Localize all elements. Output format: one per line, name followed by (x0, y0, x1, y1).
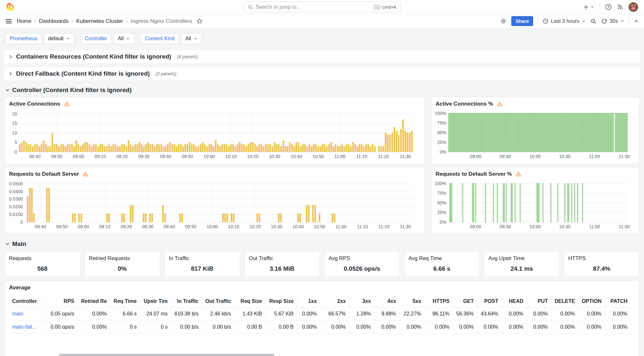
warning-icon[interactable] (64, 101, 70, 107)
column-header-controller[interactable]: Controller (9, 295, 46, 307)
news-rss-icon[interactable] (617, 4, 623, 10)
refresh-picker[interactable]: 30s (601, 18, 624, 24)
column-header-put[interactable]: PUT (527, 295, 551, 307)
variable-label-controller[interactable]: Controller (80, 33, 111, 44)
warning-icon[interactable] (82, 171, 88, 177)
column-header-1xx[interactable]: 1xx (297, 295, 320, 307)
controller-link-main[interactable]: main (12, 311, 24, 316)
search-input[interactable] (256, 4, 371, 10)
column-header-post[interactable]: POST (477, 295, 502, 307)
column-header-get[interactable]: GET (453, 295, 477, 307)
column-header-req-time[interactable]: Req Time (110, 295, 140, 307)
controller-link-main-fail[interactable]: main-fail... (12, 324, 36, 330)
grafana-logo-icon[interactable] (6, 3, 14, 11)
variable-value-prometheus[interactable]: default (43, 33, 74, 44)
variable-value-content-kind[interactable]: All (181, 33, 202, 44)
svg-text:10:00: 10:00 (529, 154, 541, 159)
section-title: Containers Resources (Content Kind filte… (16, 53, 171, 60)
breadcrumb-item-ingress-nginx-controllers[interactable]: Ingress Nginx Controllers (131, 18, 192, 24)
user-avatar[interactable] (629, 2, 638, 12)
column-header-option[interactable]: OPTION (578, 295, 605, 307)
svg-text:08:40: 08:40 (29, 154, 41, 159)
section-containers-resources[interactable]: Containers Resources (Content Kind filte… (4, 50, 640, 63)
collapse-toolbar-icon[interactable] (634, 19, 639, 24)
stat-panel-avg-req-time[interactable]: Avg Req Time 6.66 s (404, 251, 480, 277)
table-cell: 0.00% (78, 321, 110, 334)
stat-panel-out-traffic[interactable]: Out Traffic 3.16 MiB (244, 251, 320, 277)
column-header-head[interactable]: HEAD (502, 295, 527, 307)
divider (538, 17, 538, 25)
stat-title: Retried Requests (89, 255, 130, 261)
table-cell: 619.38 b/s (171, 307, 202, 321)
panel-title[interactable]: Average (9, 285, 30, 291)
add-menu-button[interactable] (583, 4, 594, 10)
stat-panel-https[interactable]: HTTPS 87.4% (564, 251, 639, 277)
breadcrumb-item-dashboards[interactable]: Dashboards (39, 18, 69, 24)
column-header-4xx[interactable]: 4xx (374, 295, 399, 307)
stat-panel-avg-upstr-time[interactable]: Avg Upstr Time 24.1 ms (484, 251, 560, 277)
column-header-upstr-tim[interactable]: Upstr Tim (140, 295, 171, 307)
column-header-resp-size[interactable]: Resp Size (265, 295, 297, 307)
table-cell: 43.64% (477, 307, 502, 321)
column-header-in-traffic[interactable]: In Traffic (171, 295, 202, 307)
breadcrumb-item-kubernetes-cluster[interactable]: Kubernetes Cluster (76, 18, 123, 24)
column-header-patch[interactable]: PATCH (605, 295, 631, 307)
stat-value: 568 (5, 265, 80, 272)
variable-label-content-kind[interactable]: Content Kind (140, 33, 179, 44)
column-header-retried-re[interactable]: Retried Re (78, 295, 110, 307)
svg-text:50%: 50% (437, 200, 446, 205)
panel-title[interactable]: Active Connections (9, 101, 60, 107)
svg-text:50%: 50% (437, 130, 446, 135)
section-controller[interactable]: Controller (Content Kind filter is ignor… (5, 87, 639, 94)
star-icon[interactable] (197, 18, 203, 24)
active-connections-pct-chart[interactable]: 0%25%50%75%100%09:0009:3010:0010:3011:00… (431, 108, 631, 160)
section-main[interactable]: Main (5, 240, 639, 248)
column-header-2xx[interactable]: 2xx (320, 295, 349, 307)
section-direct-fallback[interactable]: Direct Fallback (Content Kind filter is … (4, 67, 640, 80)
mega-menu-icon[interactable] (5, 18, 12, 25)
svg-text:09:50: 09:50 (182, 154, 193, 159)
stat-title: Avg Upstr Time (488, 255, 524, 261)
zoom-out-icon[interactable] (590, 18, 597, 24)
column-header-rps[interactable]: RPS (46, 295, 78, 307)
panel-title[interactable]: Requests to Default Server (9, 171, 79, 177)
svg-text:0: 0 (20, 220, 23, 225)
help-icon[interactable]: ? (605, 4, 612, 10)
time-range-picker[interactable]: Last 3 hours (543, 18, 586, 24)
warning-icon[interactable] (515, 171, 521, 177)
horizontal-scrollbar[interactable] (59, 354, 274, 356)
stat-value: 24.1 ms (484, 265, 559, 272)
svg-text:09:30: 09:30 (138, 154, 149, 159)
svg-text:10:20: 10:20 (249, 224, 261, 229)
requests-default-pct-chart[interactable]: 0%25%50%75%100%09:0009:3010:0010:3011:00… (431, 178, 631, 230)
column-header-delete[interactable]: DELETE (551, 295, 578, 307)
svg-text:10:30: 10:30 (269, 154, 280, 159)
svg-text:09:10: 09:10 (99, 224, 111, 229)
variable-content-kind: Content Kind All (140, 33, 202, 44)
svg-text:09:10: 09:10 (95, 154, 106, 159)
warning-icon[interactable] (497, 101, 503, 107)
requests-default-chart[interactable]: 00.01000.02000.03000.04000.050008:4008:5… (5, 178, 417, 230)
column-header-5xx[interactable]: 5xx (399, 295, 425, 307)
stat-panel-avg-rps[interactable]: Avg RPS 0.0526 ops/s (324, 251, 400, 277)
active-connections-chart[interactable]: 0510152008:4008:5009:0009:1009:2009:3009… (5, 108, 417, 160)
panel-title[interactable]: Requests to Default Server % (436, 171, 512, 177)
dashboard-settings-icon[interactable] (500, 18, 507, 24)
stat-panel-requests[interactable]: Requests 568 (5, 251, 80, 277)
column-header-out-traffic[interactable]: Out Traffic (202, 295, 235, 307)
stat-panel-in-traffic[interactable]: In Traffic 817 KiB (164, 251, 240, 277)
variable-value-controller[interactable]: All (113, 33, 135, 44)
svg-text:0.0100: 0.0100 (9, 212, 23, 217)
variable-label-prometheus[interactable]: Prometheus (5, 33, 42, 44)
table-cell: 0.00% (527, 307, 551, 321)
breadcrumb-item-home[interactable]: Home (17, 18, 31, 24)
share-button[interactable]: Share (511, 16, 533, 26)
column-header-3xx[interactable]: 3xx (349, 295, 374, 307)
table-cell: 66.57% (320, 307, 349, 321)
panel-title[interactable]: Active Connections % (436, 101, 493, 107)
global-search[interactable]: cmd+k (244, 2, 401, 12)
stat-panel-retried-requests[interactable]: Retried Requests 0% (84, 251, 160, 277)
table-cell: 0.00% (425, 321, 453, 334)
column-header-https[interactable]: HTTPS (425, 295, 453, 307)
column-header-req-size[interactable]: Req Size (235, 295, 265, 307)
